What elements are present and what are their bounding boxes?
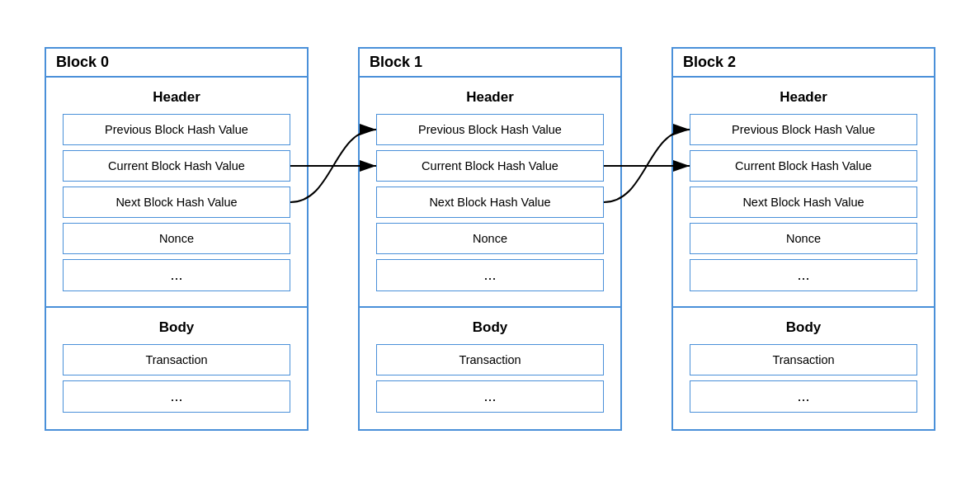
block-1-header-section: Header Previous Block Hash Value Current…	[360, 76, 620, 306]
blockchain-diagram: Block 0 Header Previous Block Hash Value…	[20, 31, 960, 447]
block-2-title: Block 2	[673, 49, 934, 76]
block-1-title: Block 1	[360, 49, 620, 76]
block-2-body-section: Body Transaction ...	[673, 306, 934, 429]
block-2-prev-hash: Previous Block Hash Value	[690, 114, 917, 145]
block-1-prev-hash: Previous Block Hash Value	[376, 114, 604, 145]
block-0-body-label: Body	[56, 314, 297, 339]
block-2: Block 2 Header Previous Block Hash Value…	[671, 47, 935, 431]
block-1: Block 1 Header Previous Block Hash Value…	[358, 47, 622, 431]
block-0-body-section: Body Transaction ...	[46, 306, 307, 429]
block-2-body-label: Body	[683, 314, 924, 339]
block-1-body-dots: ...	[376, 380, 604, 413]
block-1-curr-hash: Current Block Hash Value	[376, 150, 604, 182]
block-0-nonce: Nonce	[63, 223, 290, 254]
block-1-nonce: Nonce	[376, 223, 604, 254]
block-0: Block 0 Header Previous Block Hash Value…	[45, 47, 309, 431]
block-1-transaction: Transaction	[376, 344, 604, 375]
block-2-header-section: Header Previous Block Hash Value Current…	[673, 76, 934, 306]
block-2-next-hash: Next Block Hash Value	[690, 187, 917, 218]
block-1-header-label: Header	[370, 84, 610, 109]
block-2-body-dots: ...	[690, 380, 917, 413]
block-0-next-hash: Next Block Hash Value	[63, 187, 290, 218]
block-0-prev-hash: Previous Block Hash Value	[63, 114, 290, 145]
block-0-header-section: Header Previous Block Hash Value Current…	[46, 76, 307, 306]
block-2-nonce: Nonce	[690, 223, 917, 254]
block-1-next-hash: Next Block Hash Value	[376, 187, 604, 218]
block-0-transaction: Transaction	[63, 344, 290, 375]
block-2-transaction: Transaction	[690, 344, 917, 375]
block-0-body-dots: ...	[63, 380, 290, 413]
block-1-header-dots: ...	[376, 259, 604, 291]
block-0-header-dots: ...	[63, 259, 290, 291]
block-0-header-label: Header	[56, 84, 297, 109]
block-2-header-dots: ...	[690, 259, 917, 291]
block-2-header-label: Header	[683, 84, 924, 109]
block-1-body-section: Body Transaction ...	[360, 306, 620, 429]
block-0-curr-hash: Current Block Hash Value	[63, 150, 290, 182]
block-0-title: Block 0	[46, 49, 307, 76]
block-2-curr-hash: Current Block Hash Value	[690, 150, 917, 182]
block-1-body-label: Body	[370, 314, 610, 339]
